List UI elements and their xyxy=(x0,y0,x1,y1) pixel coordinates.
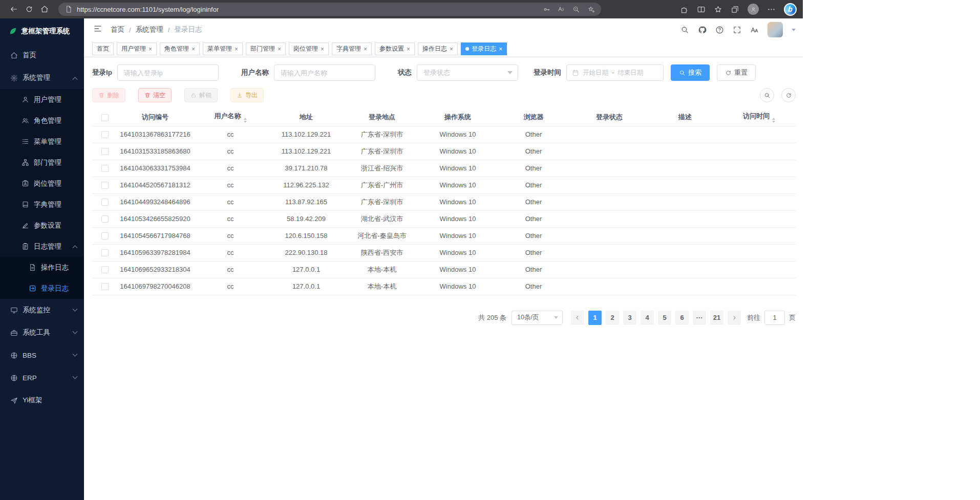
github-icon[interactable] xyxy=(698,26,707,34)
sidebar-item-login-log[interactable]: 登录日志 xyxy=(0,278,84,299)
toggle-search-button[interactable] xyxy=(760,88,774,102)
jump-page-input[interactable] xyxy=(764,311,785,325)
sidebar-item-sys-monitor[interactable]: 系统监控 xyxy=(0,299,84,321)
sidebar-item-menu-mgmt[interactable]: 菜单管理 xyxy=(0,131,84,152)
read-aloud-icon[interactable] xyxy=(558,6,565,13)
row-checkbox[interactable] xyxy=(101,266,109,273)
clear-button[interactable]: 清空 xyxy=(138,88,172,102)
table-row[interactable]: 1641069652933218304 cc 127.0.0.1 本地-本机 W… xyxy=(92,261,796,278)
table-row[interactable]: 1641044520567181312 cc 112.96.225.132 广东… xyxy=(92,177,796,193)
sidebar-item-dept-mgmt[interactable]: 部门管理 xyxy=(0,152,84,173)
collections-icon[interactable] xyxy=(731,5,739,14)
password-key-icon[interactable] xyxy=(543,6,550,13)
page-button[interactable]: 21 xyxy=(710,311,723,325)
more-menu-icon[interactable] xyxy=(767,5,776,14)
sidebar-item-dict-mgmt[interactable]: 字典管理 xyxy=(0,194,84,215)
more-pages-button[interactable]: ··· xyxy=(693,311,706,325)
select-all-checkbox[interactable] xyxy=(101,114,109,121)
row-checkbox[interactable] xyxy=(101,249,109,256)
search-icon[interactable] xyxy=(680,26,689,34)
col-visit-time[interactable]: 访问时间 xyxy=(722,108,796,126)
close-icon[interactable]: × xyxy=(450,46,453,53)
url-text[interactable]: https://ccnetcore.com:1101/system/log/lo… xyxy=(77,6,219,13)
sidebar-item-bbs[interactable]: BBS xyxy=(0,344,84,366)
tab-user-mgmt[interactable]: 用户管理× xyxy=(117,42,157,55)
tab-op-log[interactable]: 操作日志× xyxy=(418,42,458,55)
sidebar-item-user-mgmt[interactable]: 用户管理 xyxy=(0,89,84,110)
page-size-select[interactable]: 10条/页 xyxy=(512,311,563,325)
col-user-name[interactable]: 用户名称 xyxy=(193,108,268,126)
row-checkbox[interactable] xyxy=(101,131,109,138)
date-range-picker[interactable]: 开始日期 - 结束日期 xyxy=(566,64,664,81)
home-button[interactable] xyxy=(37,2,52,16)
user-name-input[interactable] xyxy=(274,64,375,81)
sidebar-item-home[interactable]: 首页 xyxy=(0,44,84,67)
status-select[interactable]: 登录状态 xyxy=(417,64,518,81)
table-row[interactable]: 1641053426655825920 cc 58.19.42.209 湖北省-… xyxy=(92,210,796,227)
close-icon[interactable]: × xyxy=(364,46,367,53)
chevron-down-icon[interactable] xyxy=(792,29,796,33)
row-checkbox[interactable] xyxy=(101,199,109,206)
close-icon[interactable]: × xyxy=(191,46,195,53)
table-row[interactable]: 1641031367863177216 cc 113.102.129.221 广… xyxy=(92,126,796,143)
table-row[interactable]: 1641059633978281984 cc 222.90.130.18 陕西省… xyxy=(92,244,796,261)
sidebar-item-yi-framework[interactable]: Yi框架 xyxy=(0,389,84,411)
breadcrumb-home[interactable]: 首页 xyxy=(111,25,124,34)
page-button[interactable]: 5 xyxy=(658,311,671,325)
table-row[interactable]: 1641054566717984768 cc 120.6.150.158 河北省… xyxy=(92,227,796,244)
page-button[interactable]: 4 xyxy=(641,311,654,325)
login-ip-input[interactable] xyxy=(117,64,219,81)
back-button[interactable] xyxy=(6,2,22,16)
unlock-button[interactable]: 解锁 xyxy=(184,88,218,102)
next-page-button[interactable] xyxy=(728,311,741,325)
font-size-icon[interactable] xyxy=(750,26,759,34)
zoom-out-icon[interactable] xyxy=(572,6,580,13)
row-checkbox[interactable] xyxy=(101,232,109,240)
prev-page-button[interactable] xyxy=(571,311,584,325)
sidebar-item-system-mgmt[interactable]: 系统管理 xyxy=(0,67,84,89)
tab-post-mgmt[interactable]: 岗位管理× xyxy=(289,42,329,55)
fullscreen-icon[interactable] xyxy=(733,26,741,34)
close-icon[interactable]: × xyxy=(235,46,238,53)
row-checkbox[interactable] xyxy=(101,182,109,189)
tab-param-settings[interactable]: 参数设置× xyxy=(375,42,415,55)
collapse-sidebar-icon[interactable] xyxy=(93,24,102,35)
close-icon[interactable]: × xyxy=(499,46,502,53)
page-button[interactable]: 6 xyxy=(675,311,689,325)
copilot-bing-icon[interactable]: b xyxy=(784,3,797,16)
browser-profile-icon[interactable] xyxy=(748,4,759,15)
tab-role-mgmt[interactable]: 角色管理× xyxy=(160,42,200,55)
export-button[interactable]: 导出 xyxy=(230,88,264,102)
reset-button[interactable]: 重置 xyxy=(717,64,756,81)
sidebar-item-param-settings[interactable]: 参数设置 xyxy=(0,215,84,236)
sidebar-item-post-mgmt[interactable]: 岗位管理 xyxy=(0,173,84,194)
split-screen-icon[interactable] xyxy=(697,5,706,14)
close-icon[interactable]: × xyxy=(321,46,324,53)
row-checkbox[interactable] xyxy=(101,283,109,290)
refresh-button[interactable] xyxy=(22,2,37,16)
tab-login-log[interactable]: 登录日志× xyxy=(461,42,507,55)
table-row[interactable]: 1641043063331753984 cc 39.171.210.78 浙江省… xyxy=(92,160,796,177)
table-row[interactable]: 1641031533185863680 cc 113.102.129.221 广… xyxy=(92,143,796,160)
tab-menu-mgmt[interactable]: 菜单管理× xyxy=(203,42,243,55)
add-favorite-icon[interactable] xyxy=(587,6,595,13)
table-row[interactable]: 1641044993248464896 cc 113.87.92.165 广东省… xyxy=(92,193,796,210)
sidebar-item-op-log[interactable]: 操作日志 xyxy=(0,257,84,278)
close-icon[interactable]: × xyxy=(148,46,152,53)
row-checkbox[interactable] xyxy=(101,148,109,155)
sidebar-item-role-mgmt[interactable]: 角色管理 xyxy=(0,110,84,131)
sort-icon[interactable] xyxy=(244,118,247,123)
breadcrumb-system[interactable]: 系统管理 xyxy=(136,25,163,34)
address-bar[interactable]: https://ccnetcore.com:1101/system/log/lo… xyxy=(58,3,601,16)
help-icon[interactable] xyxy=(715,26,724,34)
row-checkbox[interactable] xyxy=(101,165,109,172)
page-button[interactable]: 3 xyxy=(623,311,636,325)
tab-dept-mgmt[interactable]: 部门管理× xyxy=(246,42,286,55)
table-row[interactable]: 1641069798270046208 cc 127.0.0.1 本地-本机 W… xyxy=(92,278,796,295)
tab-home[interactable]: 首页 xyxy=(92,42,114,55)
tab-dict-mgmt[interactable]: 字典管理× xyxy=(332,42,372,55)
close-icon[interactable]: × xyxy=(407,46,410,53)
extensions-icon[interactable] xyxy=(680,5,689,14)
search-button[interactable]: 搜索 xyxy=(671,64,710,81)
sort-icon[interactable] xyxy=(772,118,775,123)
